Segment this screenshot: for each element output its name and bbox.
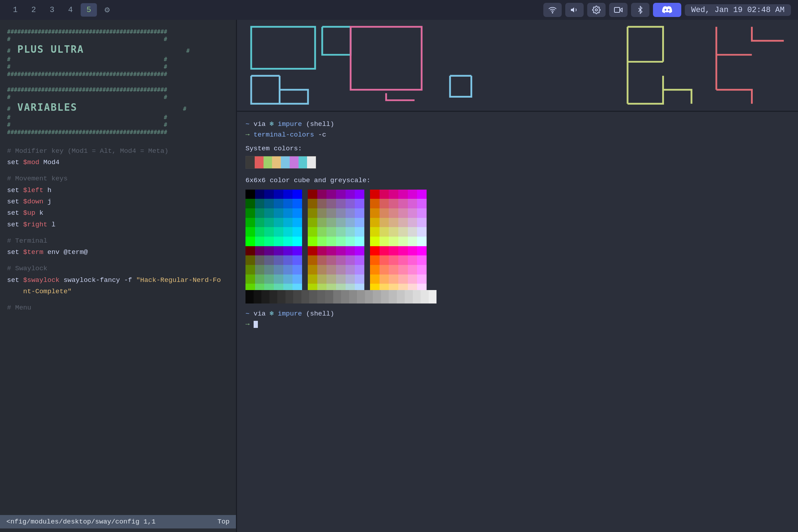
color-cell: [346, 237, 355, 246]
color-cell: [283, 237, 293, 246]
color-cell: [293, 190, 302, 199]
color-cell: [326, 218, 336, 227]
color-cell: [346, 246, 355, 256]
system-colors-bar: [245, 156, 316, 169]
color-cell: [308, 255, 317, 265]
workspace-1-button[interactable]: 1: [7, 3, 23, 17]
greyscale-cell: [317, 290, 325, 303]
terminal-prompt-2: ~ via ❄ impure (shell): [245, 308, 790, 319]
color-cell: [408, 265, 417, 274]
color-cell: [245, 265, 255, 274]
color-cell: [308, 265, 317, 274]
color-cell: [336, 255, 346, 265]
color-cell: [255, 218, 265, 227]
workspace-extra-button[interactable]: ⚙: [99, 3, 115, 17]
color-cell: [317, 265, 327, 274]
color-cell: [417, 265, 427, 274]
greyscale-cell: [381, 290, 389, 303]
set-down: set $down j: [7, 196, 229, 207]
color-cell: [255, 190, 265, 199]
color-cell: [293, 227, 302, 237]
greyscale-cell: [349, 290, 357, 303]
system-clock: Wed, Jan 19 02:48 AM: [685, 4, 791, 16]
workspace-4-button[interactable]: 4: [62, 3, 79, 17]
color-cell: [245, 227, 255, 237]
color-cell: [255, 255, 265, 265]
color-cell: [274, 265, 283, 274]
cursor: [254, 321, 258, 328]
color-cell: [293, 255, 302, 265]
color-cell: [317, 190, 327, 199]
taskbar-left: 1 2 3 4 5 ⚙: [7, 3, 115, 17]
color-cell: [398, 246, 408, 256]
color-cell: [370, 265, 380, 274]
code-block: # Modifier key (Mod1 = Alt, Mod4 = Meta)…: [7, 145, 229, 314]
color-cube-1: [245, 190, 302, 285]
svg-rect-4: [614, 7, 620, 12]
color-cell: [370, 199, 380, 208]
color-cell: [346, 190, 355, 199]
greyscale-cell: [429, 290, 437, 303]
settings-button[interactable]: [587, 3, 606, 17]
color-cell: [346, 208, 355, 218]
color-cell: [398, 208, 408, 218]
color-cell: [408, 227, 417, 237]
greyscale-cell: [357, 290, 365, 303]
color-cell: [283, 190, 293, 199]
color-cell: [255, 208, 265, 218]
color-cell: [293, 274, 302, 284]
workspace-5-button[interactable]: 5: [81, 3, 97, 17]
color-cell: [274, 199, 283, 208]
color-cell: [255, 237, 265, 246]
color-cell: [380, 265, 389, 274]
svg-point-2: [595, 9, 597, 11]
color-cell: [380, 227, 389, 237]
audio-button[interactable]: [565, 3, 584, 17]
system-colors-label: System colors:: [245, 143, 790, 154]
color-cell: [389, 246, 398, 256]
sway-viz-svg: [237, 20, 798, 111]
greyscale-cell: [285, 290, 294, 303]
color-cell: [346, 227, 355, 237]
color-cell: [417, 246, 427, 256]
color-cell: [245, 237, 255, 246]
color-cell: [317, 227, 327, 237]
color-cell: [355, 255, 364, 265]
color-cell: [293, 208, 302, 218]
color-cell: [408, 190, 417, 199]
color-cell: [346, 265, 355, 274]
color-cell: [293, 218, 302, 227]
workspace-3-button[interactable]: 3: [44, 3, 60, 17]
color-cell: [417, 274, 427, 284]
discord-button[interactable]: [653, 3, 681, 17]
color-cell: [283, 274, 293, 284]
color-cell: [274, 208, 283, 218]
greyscale-cell: [413, 290, 421, 303]
camera-button[interactable]: [609, 3, 628, 17]
terminal-cmd-2: →: [245, 319, 790, 330]
color-cell: [326, 246, 336, 256]
color-cell: [255, 246, 265, 256]
color-cell: [370, 246, 380, 256]
color-cell: [398, 274, 408, 284]
color-cell: [317, 255, 327, 265]
color-cell: [408, 199, 417, 208]
color-cell: [283, 255, 293, 265]
terminal-cmd-1: → terminal-colors -c: [245, 129, 790, 140]
color-cell: [355, 227, 364, 237]
wifi-button[interactable]: [543, 3, 562, 17]
color-cell: [336, 265, 346, 274]
color-cell: [370, 218, 380, 227]
color-cell: [283, 265, 293, 274]
color-cell: [245, 274, 255, 284]
greyscale-cell: [333, 290, 341, 303]
bluetooth-button[interactable]: [631, 3, 649, 17]
workspace-2-button[interactable]: 2: [25, 3, 42, 17]
color-cell: [355, 265, 364, 274]
color-cell: [264, 190, 274, 199]
editor-statusbar: <nfig/modules/desktop/sway/config 1,1 To…: [0, 515, 236, 528]
color-cell: [408, 218, 417, 227]
color-cell: [380, 218, 389, 227]
plus-ultra-ascii: ########################################…: [7, 28, 229, 78]
color-cell: [355, 208, 364, 218]
